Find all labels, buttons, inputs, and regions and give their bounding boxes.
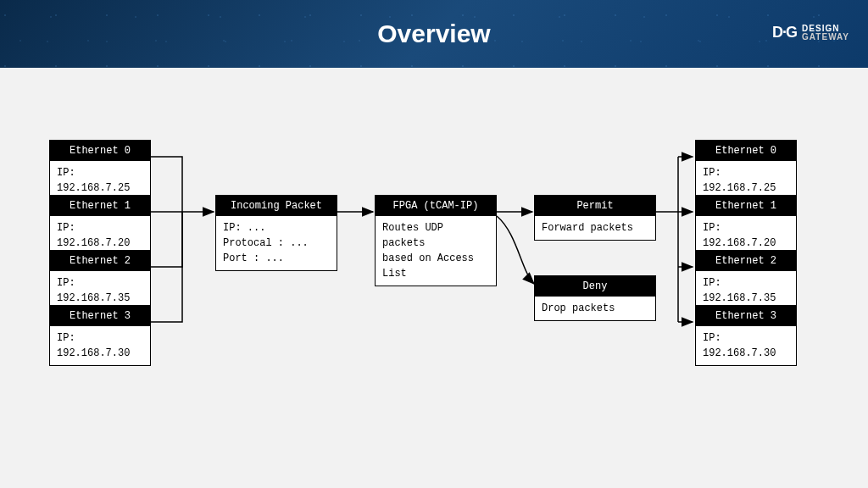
eth-in-3: Ethernet 3 IP: 192.168.7.30 xyxy=(49,305,151,366)
header-banner: Overview D·G DESIGN GATEWAY xyxy=(0,0,868,68)
fpga-title: FPGA (tCAM-IP) xyxy=(376,196,496,216)
eth-out-0: Ethernet 0 IP: 192.168.7.25 xyxy=(695,140,797,201)
eth-in-1-title: Ethernet 1 xyxy=(50,196,150,216)
logo-text: DESIGN GATEWAY xyxy=(802,25,849,42)
incoming-packet: Incoming Packet IP: ... Protocal : ... P… xyxy=(215,195,337,271)
eth-in-3-body: IP: 192.168.7.30 xyxy=(50,326,150,365)
logo-mark: D·G xyxy=(772,24,797,42)
diagram-canvas: Ethernet 0 IP: 192.168.7.25 Ethernet 1 I… xyxy=(0,68,868,488)
eth-out-3: Ethernet 3 IP: 192.168.7.30 xyxy=(695,305,797,366)
eth-out-2: Ethernet 2 IP: 192.168.7.35 xyxy=(695,250,797,311)
permit-body: Forward packets xyxy=(535,216,655,240)
fpga-body: Routes UDP packets based on Access List xyxy=(376,216,496,286)
eth-out-0-title: Ethernet 0 xyxy=(696,141,796,161)
eth-out-3-body: IP: 192.168.7.30 xyxy=(696,326,796,365)
permit-title: Permit xyxy=(535,196,655,216)
deny-body: Drop packets xyxy=(535,297,655,320)
incoming-title: Incoming Packet xyxy=(216,196,337,216)
eth-in-0: Ethernet 0 IP: 192.168.7.25 xyxy=(49,140,151,201)
eth-out-2-title: Ethernet 2 xyxy=(696,251,796,271)
deny-title: Deny xyxy=(535,276,655,297)
eth-out-1-title: Ethernet 1 xyxy=(696,196,796,216)
eth-out-1: Ethernet 1 IP: 192.168.7.20 xyxy=(695,195,797,256)
eth-in-1: Ethernet 1 IP: 192.168.7.20 xyxy=(49,195,151,256)
eth-in-0-title: Ethernet 0 xyxy=(50,141,150,161)
eth-out-3-title: Ethernet 3 xyxy=(696,306,796,326)
deny: Deny Drop packets xyxy=(534,275,656,321)
permit: Permit Forward packets xyxy=(534,195,656,241)
fpga: FPGA (tCAM-IP) Routes UDP packets based … xyxy=(375,195,497,286)
logo: D·G DESIGN GATEWAY xyxy=(772,24,849,42)
eth-in-2-title: Ethernet 2 xyxy=(50,251,150,271)
eth-in-3-title: Ethernet 3 xyxy=(50,306,150,326)
page-title: Overview xyxy=(377,19,490,48)
eth-in-2: Ethernet 2 IP: 192.168.7.35 xyxy=(49,250,151,311)
incoming-body: IP: ... Protocal : ... Port : ... xyxy=(216,216,337,270)
